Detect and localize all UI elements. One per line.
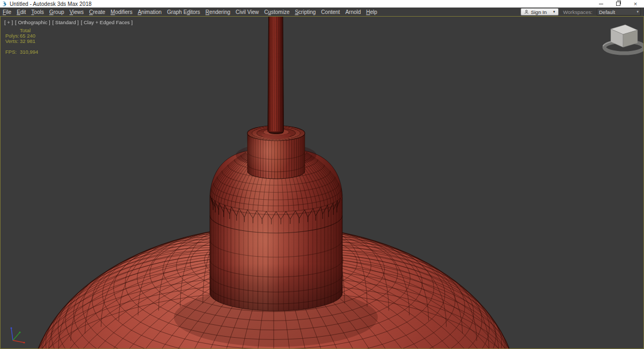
menu-item-rendering[interactable]: Rendering bbox=[203, 9, 233, 15]
viewport-shading-menu[interactable]: [ Clay + Edged Faces ] bbox=[81, 19, 133, 25]
restore-window-icon[interactable] bbox=[610, 0, 627, 8]
minimize-icon[interactable] bbox=[592, 0, 610, 8]
workspaces-dropdown[interactable]: Default ▾ bbox=[597, 8, 641, 16]
menu-item-edit[interactable]: Edit bbox=[14, 9, 28, 15]
menu-item-help[interactable]: Help bbox=[363, 9, 380, 15]
menu-item-tools[interactable]: Tools bbox=[28, 9, 46, 15]
user-icon bbox=[524, 10, 529, 14]
window-controls: × bbox=[592, 0, 644, 8]
menu-item-arnold[interactable]: Arnold bbox=[342, 9, 363, 15]
stats-verts-value: 32 981 bbox=[20, 38, 35, 44]
viewcube-navigation-widget[interactable] bbox=[607, 23, 641, 54]
menu-item-views[interactable]: Views bbox=[67, 9, 87, 15]
viewport-general-menu[interactable]: [ + ] bbox=[4, 19, 13, 25]
menu-item-scripting[interactable]: Scripting bbox=[292, 9, 318, 15]
sign-in-button[interactable]: Sign In ▾ bbox=[521, 8, 559, 16]
world-axis-tripod bbox=[5, 324, 31, 342]
workspaces-label: Workspaces: bbox=[563, 9, 592, 15]
menu-item-group[interactable]: Group bbox=[47, 9, 67, 15]
3ds-max-window: { "window": { "title": "Untitled - Autod… bbox=[0, 0, 644, 349]
menu-item-customize[interactable]: Customize bbox=[261, 9, 292, 15]
menu-bar-right: Sign In ▾ Workspaces: Default ▾ bbox=[521, 8, 644, 16]
menu-item-animation[interactable]: Animation bbox=[135, 9, 164, 15]
stats-fps-value: 310,994 bbox=[20, 49, 38, 55]
title-bar: Untitled - Autodesk 3ds Max 2018 × bbox=[0, 0, 644, 8]
viewport-canvas[interactable] bbox=[1, 17, 643, 348]
3ds-max-logo-icon bbox=[2, 1, 8, 7]
workspaces-value: Default bbox=[599, 9, 615, 15]
window-title: Untitled - Autodesk 3ds Max 2018 bbox=[10, 1, 92, 7]
chevron-down-icon: ▾ bbox=[553, 10, 555, 14]
menu-item-create[interactable]: Create bbox=[86, 9, 108, 15]
viewport-label: [ + ][ Orthographic ][ Standard ][ Clay … bbox=[4, 19, 133, 25]
menu-item-content[interactable]: Content bbox=[318, 9, 342, 15]
viewport-render-preset-menu[interactable]: [ Standard ] bbox=[53, 19, 79, 25]
stats-fps-label: FPS: bbox=[5, 49, 20, 55]
menu-items: FileEditToolsGroupViewsCreateModifiersAn… bbox=[0, 9, 380, 15]
menu-item-file[interactable]: File bbox=[0, 9, 14, 15]
viewport: [ + ][ Orthographic ][ Standard ][ Clay … bbox=[0, 16, 644, 349]
menu-item-modifiers[interactable]: Modifiers bbox=[108, 9, 135, 15]
viewport-pov-menu[interactable]: [ Orthographic ] bbox=[15, 19, 50, 25]
sign-in-label: Sign In bbox=[531, 9, 547, 15]
close-icon[interactable]: × bbox=[627, 0, 644, 8]
chevron-down-icon: ▾ bbox=[636, 10, 639, 14]
stats-verts-label: Verts: bbox=[5, 39, 20, 44]
menu-bar: FileEditToolsGroupViewsCreateModifiersAn… bbox=[0, 8, 644, 16]
menu-item-civil-view[interactable]: Civil View bbox=[233, 9, 261, 15]
statistics-overlay: Total Polys:65 240 Verts:32 981 FPS:310,… bbox=[5, 28, 38, 55]
menu-item-graph-editors[interactable]: Graph Editors bbox=[164, 9, 203, 15]
